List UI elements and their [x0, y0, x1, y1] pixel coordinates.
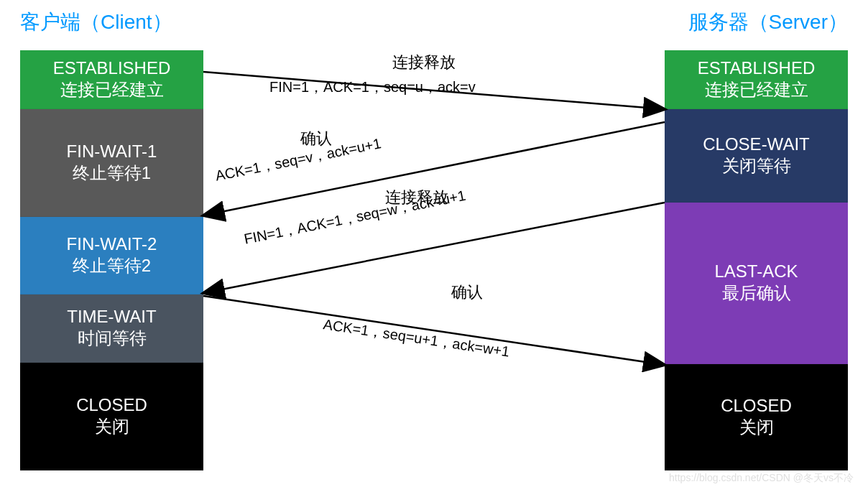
msg-title-0: 连接释放	[392, 52, 456, 73]
client-state-closed: CLOSED关闭	[20, 363, 203, 470]
server-header: 服务器（Server）	[688, 9, 848, 36]
server-column: ESTABLISHED连接已经建立CLOSE-WAIT关闭等待LAST-ACK最…	[665, 50, 848, 470]
state-label-en: CLOSE-WAIT	[665, 134, 848, 154]
client-state-fin-wait-2: FIN-WAIT-2终止等待2	[20, 217, 203, 294]
client-state-fin-wait-1: FIN-WAIT-1终止等待1	[20, 109, 203, 217]
state-label-en: TIME-WAIT	[20, 307, 203, 327]
msg-title-3: 确认	[451, 282, 483, 303]
msg-params-0: FIN=1，ACK=1，seq=u，ack=v	[269, 78, 476, 97]
state-label-en: ESTABLISHED	[665, 58, 848, 78]
state-label-cn: 最后确认	[665, 282, 848, 305]
server-state-close-wait: CLOSE-WAIT关闭等待	[665, 109, 848, 203]
state-label-cn: 连接已经建立	[20, 78, 203, 101]
state-label-cn: 终止等待2	[20, 254, 203, 277]
state-label-en: ESTABLISHED	[20, 58, 203, 78]
state-label-cn: 关闭	[665, 416, 848, 439]
msg-params-2: FIN=1，ACK=1，seq=w，ack=u+1	[242, 186, 467, 249]
state-label-en: FIN-WAIT-2	[20, 234, 203, 254]
state-label-en: LAST-ACK	[665, 261, 848, 282]
state-label-en: CLOSED	[20, 395, 203, 415]
state-label-cn: 关闭等待	[665, 154, 848, 177]
state-label-en: CLOSED	[665, 396, 848, 416]
client-state-established: ESTABLISHED连接已经建立	[20, 50, 203, 109]
client-state-time-wait: TIME-WAIT时间等待	[20, 294, 203, 363]
state-label-en: FIN-WAIT-1	[20, 141, 203, 162]
client-header: 客户端（Client）	[20, 9, 172, 36]
server-state-closed: CLOSED关闭	[665, 364, 848, 470]
watermark-text: https://blog.csdn.net/CSDN @冬天vs不冷	[669, 472, 854, 485]
msg-params-1: ACK=1，seq=v，ack=u+1	[213, 134, 382, 185]
arrow-2	[203, 203, 665, 293]
state-label-cn: 关闭	[20, 415, 203, 438]
msg-params-3: ACK=1，seq=u+1，ack=w+1	[322, 315, 511, 361]
state-label-cn: 连接已经建立	[665, 78, 848, 101]
server-state-established: ESTABLISHED连接已经建立	[665, 50, 848, 109]
state-label-cn: 终止等待1	[20, 162, 203, 185]
state-label-cn: 时间等待	[20, 327, 203, 350]
server-state-last-ack: LAST-ACK最后确认	[665, 203, 848, 364]
client-column: ESTABLISHED连接已经建立FIN-WAIT-1终止等待1FIN-WAIT…	[20, 50, 203, 470]
